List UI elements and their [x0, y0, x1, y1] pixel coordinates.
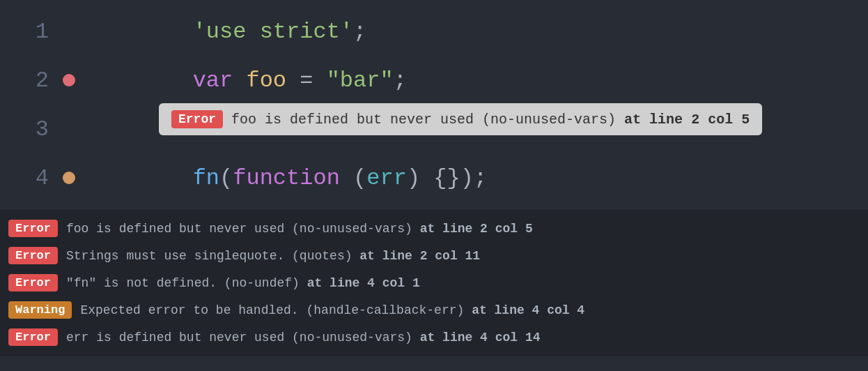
error-tooltip: Error foo is defined but never used (no-…: [159, 103, 762, 135]
code-line-2: 2 var foo = "bar"; Error foo is defined …: [0, 56, 868, 105]
error-badge-5: Error: [8, 328, 58, 346]
line-number-3: 3: [14, 116, 49, 142]
error-badge-2: Error: [8, 247, 58, 264]
error-row-1: Error foo is defined but never used (no-…: [0, 215, 868, 242]
warning-badge-4: Warning: [8, 301, 72, 319]
gutter-dot-2: [63, 74, 75, 86]
code-area: 1 'use strict'; 2 var foo = "bar"; Error…: [0, 0, 868, 209]
error-row-2: Error Strings must use singlequote. (quo…: [0, 242, 868, 269]
error-row-5: Error err is defined but never used (no-…: [0, 324, 868, 351]
error-message-2: Strings must use singlequote. (quotes) a…: [66, 249, 480, 263]
gutter-dot-4: [63, 172, 75, 184]
editor-container: 1 'use strict'; 2 var foo = "bar"; Error…: [0, 0, 868, 356]
tooltip-message: foo is defined but never used (no-unused…: [231, 112, 750, 128]
gutter-dot-1: [63, 25, 75, 38]
code-line-4: 4 fn(function (err) {});: [0, 153, 868, 202]
error-message-5: err is defined but never used (no-unused…: [66, 331, 541, 344]
line-number-2: 2: [14, 68, 49, 93]
error-row-3: Error "fn" is not defined. (no-undef) at…: [0, 269, 868, 296]
error-message-4: Expected error to be handled. (handle-ca…: [80, 303, 584, 317]
error-row-4: Warning Expected error to be handled. (h…: [0, 296, 868, 324]
gutter-dot-3: [63, 123, 75, 135]
error-badge-1: Error: [8, 220, 58, 237]
error-badge-3: Error: [8, 274, 58, 292]
line-number-4: 4: [14, 165, 49, 191]
error-message-1: foo is defined but never used (no-unused…: [66, 222, 533, 236]
tooltip-error-badge: Error: [171, 110, 223, 128]
errors-panel: Error foo is defined but never used (no-…: [0, 209, 868, 356]
error-message-3: "fn" is not defined. (no-undef) at line …: [66, 276, 420, 290]
line-number-1: 1: [14, 19, 49, 45]
code-content-4: fn(function (err) {});: [86, 139, 487, 217]
